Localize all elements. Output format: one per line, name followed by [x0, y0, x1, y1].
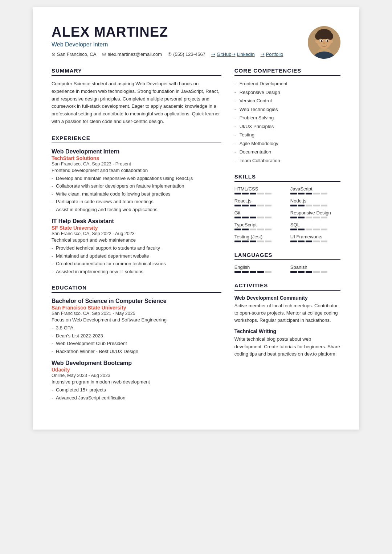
list-item: Write clean, maintainable code following…	[52, 190, 221, 198]
competencies-section: CORE COMPETENCIES Frontend DevelopmentRe…	[234, 67, 340, 164]
list-item: Completed 15+ projects	[52, 386, 221, 394]
svg-point-14	[327, 40, 328, 42]
list-item: 3.8 GPA	[52, 324, 221, 332]
skill-bar	[290, 217, 340, 218]
job-meta: San Francisco, CA, Sep 2022 - Aug 2023	[52, 231, 221, 236]
competency-item: UI/UX Principles	[234, 123, 340, 130]
header-section: ALEX MARTINEZ Web Developer Intern ⊙ San…	[52, 25, 340, 59]
skill-bar	[234, 241, 285, 242]
edu-summary: Intensive program in modern web developm…	[52, 379, 221, 385]
skill-name: React.js	[234, 198, 285, 204]
job-summary: Frontend development and team collaborat…	[52, 168, 221, 173]
education-item: Web Development Bootcamp Udacity Online,…	[52, 360, 221, 401]
skill-bar-segment	[321, 229, 327, 230]
activity-title: Technical Writing	[234, 328, 340, 334]
education-item: Bachelor of Science in Computer Science …	[52, 298, 221, 355]
skill-bar-segment	[234, 229, 241, 230]
left-column: SUMMARY Computer Science student and asp…	[52, 67, 221, 411]
skill-bar-segment	[290, 193, 297, 194]
job-meta: San Francisco, CA, Sep 2023 - Present	[52, 161, 221, 167]
edu-meta: Online, May 2023 - Aug 2023	[52, 373, 221, 378]
header-info: ALEX MARTINEZ Web Developer Intern ⊙ San…	[52, 25, 301, 58]
skill-bar-segment	[298, 229, 305, 230]
job-company: SF State University	[52, 225, 221, 231]
edu-bullets: Completed 15+ projectsAdvanced JavaScrip…	[52, 386, 221, 401]
list-item: Web Development Club President	[52, 340, 221, 347]
competency-list: Frontend DevelopmentResponsive DesignVer…	[234, 80, 340, 164]
skill-bar-segment	[234, 217, 241, 218]
skill-item: JavaScript	[290, 186, 340, 194]
skill-bar-segment	[250, 217, 256, 218]
edu-summary: Focus on Web Development and Software En…	[52, 317, 221, 323]
list-item: Dean's List 2022-2023	[52, 332, 221, 340]
edu-school: San Francisco State University	[52, 305, 221, 311]
competencies-title: CORE COMPETENCIES	[234, 67, 340, 76]
skill-item: HTML/CSS	[234, 186, 285, 194]
svg-point-8	[323, 30, 329, 35]
skill-bar-segment	[306, 217, 312, 218]
list-item: Develop and maintain responsive web appl…	[52, 175, 221, 182]
skill-item: Testing (Jest)	[234, 234, 285, 242]
job-item: IT Help Desk Assistant SF State Universi…	[52, 218, 221, 275]
skill-item: Responsive Design	[290, 210, 340, 218]
education-title: EDUCATION	[52, 284, 221, 293]
language-bar	[290, 271, 340, 273]
skill-bar	[290, 229, 340, 230]
skill-bar	[234, 205, 285, 206]
skill-bar-segment	[265, 217, 271, 218]
summary-text: Computer Science student and aspiring We…	[52, 80, 221, 126]
summary-title: SUMMARY	[52, 67, 221, 76]
lang-bar-segment	[257, 271, 264, 273]
skill-name: TypeScript	[234, 222, 285, 227]
skill-bar	[234, 193, 285, 194]
skill-bar-segment	[242, 241, 249, 242]
education-list: Bachelor of Science in Computer Science …	[52, 298, 221, 401]
languages-section: LANGUAGES English Spanish	[234, 252, 340, 273]
skill-bar-segment	[306, 241, 312, 242]
lang-bar-segment	[290, 271, 297, 273]
email-item: ✉ alex.martinez@email.com	[102, 52, 162, 57]
contact-row-2: ⇢ LinkedIn ⇢ Portfolio	[232, 52, 283, 57]
skill-bar-segment	[306, 205, 312, 206]
list-item: Assisted in implementing new IT solution…	[52, 268, 221, 275]
lang-bar-segment	[298, 271, 305, 273]
skill-name: HTML/CSS	[234, 186, 285, 192]
phone-icon: ✆	[168, 52, 172, 57]
competency-item: Team Collaboration	[234, 157, 340, 164]
candidate-title: Web Developer Intern	[52, 41, 301, 48]
skill-bar-segment	[257, 193, 264, 194]
skill-bar-segment	[242, 193, 249, 194]
skill-bar-segment	[290, 229, 297, 230]
skill-bar	[290, 241, 340, 242]
job-title: Web Development Intern	[52, 148, 221, 155]
skill-bar-segment	[306, 193, 312, 194]
skill-bar	[234, 217, 285, 218]
skill-name: UI Frameworks	[290, 234, 340, 239]
lang-bar-segment	[265, 271, 271, 273]
edu-degree: Bachelor of Science in Computer Science	[52, 298, 221, 304]
languages-grid: English Spanish	[234, 264, 340, 273]
job-bullets: Provided technical support to students a…	[52, 245, 221, 275]
skill-name: Git	[234, 210, 285, 216]
linkedin-link[interactable]: ⇢ LinkedIn	[232, 52, 255, 57]
skill-name: Responsive Design	[290, 210, 340, 216]
edu-meta: San Francisco, CA, Sep 2021 - May 2025	[52, 311, 221, 316]
skill-bar-segment	[265, 193, 271, 194]
portfolio-link[interactable]: ⇢ Portfolio	[261, 52, 283, 57]
list-item: Collaborate with senior developers on fe…	[52, 182, 221, 190]
lang-bar-segment	[313, 271, 320, 273]
job-bullets: Develop and maintain responsive web appl…	[52, 175, 221, 213]
github-link[interactable]: ⇢ GitHub	[211, 52, 231, 57]
skill-bar-segment	[306, 229, 312, 230]
edu-degree: Web Development Bootcamp	[52, 360, 221, 366]
activities-list: Web Development Community Active member …	[234, 295, 340, 358]
skill-item: Node.js	[290, 198, 340, 206]
skill-bar-segment	[265, 229, 271, 230]
skill-bar-segment	[321, 217, 327, 218]
skill-bar-segment	[290, 241, 297, 242]
skill-name: SQL	[290, 222, 340, 227]
skill-bar-segment	[265, 241, 271, 242]
skill-bar-segment	[321, 205, 327, 206]
skill-bar-segment	[290, 217, 297, 218]
activity-item: Web Development Community Active member …	[234, 295, 340, 324]
